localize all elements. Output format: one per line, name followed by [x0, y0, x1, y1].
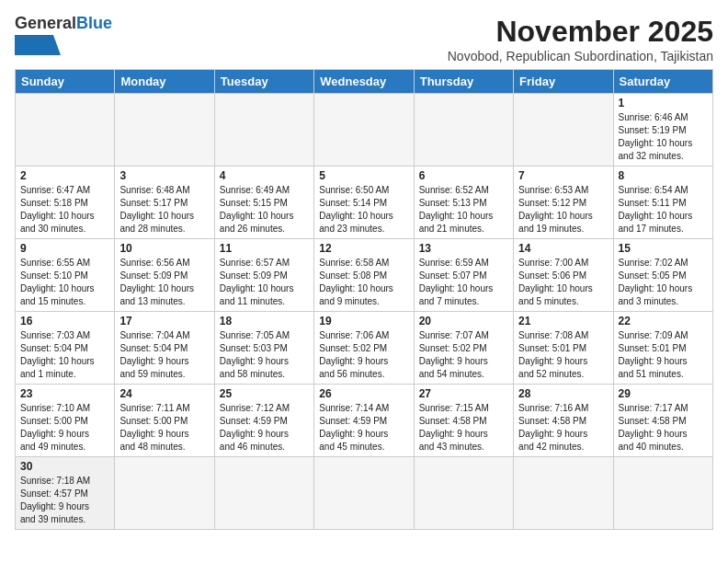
calendar-day-cell [115, 94, 214, 167]
day-number: 12 [319, 242, 408, 255]
calendar-day-cell: 13Sunrise: 6:59 AM Sunset: 5:07 PM Dayli… [414, 239, 513, 312]
calendar-day-cell: 27Sunrise: 7:15 AM Sunset: 4:58 PM Dayli… [414, 385, 513, 457]
calendar-week-row: 30Sunrise: 7:18 AM Sunset: 4:57 PM Dayli… [16, 457, 713, 530]
month-year-title: November 2025 [448, 15, 713, 49]
calendar-day-cell [514, 457, 613, 530]
calendar-day-cell: 21Sunrise: 7:08 AM Sunset: 5:01 PM Dayli… [514, 312, 613, 385]
day-number: 17 [119, 315, 209, 327]
day-info: Sunrise: 7:00 AM Sunset: 5:06 PM Dayligh… [518, 257, 608, 308]
day-info: Sunrise: 6:48 AM Sunset: 5:17 PM Dayligh… [119, 184, 209, 236]
calendar-day-cell: 14Sunrise: 7:00 AM Sunset: 5:06 PM Dayli… [514, 239, 613, 312]
calendar-day-cell: 1Sunrise: 6:46 AM Sunset: 5:19 PM Daylig… [613, 94, 712, 167]
calendar-day-cell: 7Sunrise: 6:53 AM Sunset: 5:12 PM Daylig… [514, 167, 613, 239]
day-number: 15 [619, 242, 708, 255]
header: General Blue November 2025 Novobod, Repu… [15, 15, 713, 63]
day-number: 1 [619, 97, 708, 109]
calendar-day-cell: 30Sunrise: 7:18 AM Sunset: 4:57 PM Dayli… [16, 457, 115, 530]
calendar-day-cell: 12Sunrise: 6:58 AM Sunset: 5:08 PM Dayli… [314, 239, 414, 312]
day-info: Sunrise: 7:11 AM Sunset: 5:00 PM Dayligh… [119, 402, 209, 454]
calendar-week-row: 23Sunrise: 7:10 AM Sunset: 5:00 PM Dayli… [16, 385, 713, 457]
calendar-day-cell: 19Sunrise: 7:06 AM Sunset: 5:02 PM Dayli… [314, 312, 414, 385]
day-number: 10 [119, 242, 209, 255]
calendar-day-cell: 15Sunrise: 7:02 AM Sunset: 5:05 PM Dayli… [613, 239, 712, 312]
calendar-day-cell: 5Sunrise: 6:50 AM Sunset: 5:14 PM Daylig… [314, 167, 414, 239]
day-number: 28 [518, 387, 608, 400]
calendar-day-cell: 22Sunrise: 7:09 AM Sunset: 5:01 PM Dayli… [613, 312, 712, 385]
calendar-day-cell: 10Sunrise: 6:56 AM Sunset: 5:09 PM Dayli… [115, 239, 214, 312]
day-info: Sunrise: 7:18 AM Sunset: 4:57 PM Dayligh… [20, 475, 109, 526]
day-info: Sunrise: 7:17 AM Sunset: 4:58 PM Dayligh… [619, 402, 708, 454]
calendar-day-cell: 4Sunrise: 6:49 AM Sunset: 5:15 PM Daylig… [214, 167, 313, 239]
calendar-day-cell: 17Sunrise: 7:04 AM Sunset: 5:04 PM Dayli… [115, 312, 214, 385]
day-info: Sunrise: 6:52 AM Sunset: 5:13 PM Dayligh… [419, 184, 508, 236]
day-number: 24 [119, 387, 209, 400]
day-number: 3 [119, 169, 209, 182]
day-info: Sunrise: 7:04 AM Sunset: 5:04 PM Dayligh… [119, 329, 209, 381]
calendar-day-cell: 9Sunrise: 6:55 AM Sunset: 5:10 PM Daylig… [16, 239, 115, 312]
calendar-day-cell: 3Sunrise: 6:48 AM Sunset: 5:17 PM Daylig… [115, 167, 214, 239]
title-area: November 2025 Novobod, Republican Subord… [448, 15, 713, 63]
calendar-day-cell: 29Sunrise: 7:17 AM Sunset: 4:58 PM Dayli… [613, 385, 712, 457]
calendar-day-cell: 24Sunrise: 7:11 AM Sunset: 5:00 PM Dayli… [115, 385, 214, 457]
day-number: 21 [518, 315, 608, 327]
logo-general-text: General [15, 15, 76, 33]
day-number: 20 [419, 315, 508, 327]
day-info: Sunrise: 7:06 AM Sunset: 5:02 PM Dayligh… [319, 329, 408, 381]
calendar-week-row: 16Sunrise: 7:03 AM Sunset: 5:04 PM Dayli… [16, 312, 713, 385]
logo: General Blue [15, 15, 112, 55]
calendar-day-cell [115, 457, 214, 530]
day-info: Sunrise: 6:55 AM Sunset: 5:10 PM Dayligh… [20, 257, 109, 308]
weekday-header-thursday: Thursday [414, 70, 513, 94]
day-info: Sunrise: 6:50 AM Sunset: 5:14 PM Dayligh… [319, 184, 408, 236]
calendar-day-cell [414, 94, 513, 167]
day-number: 14 [518, 242, 608, 255]
svg-marker-0 [15, 35, 61, 55]
day-number: 4 [220, 169, 309, 182]
day-info: Sunrise: 6:47 AM Sunset: 5:18 PM Dayligh… [20, 184, 109, 236]
day-number: 13 [419, 242, 508, 255]
day-info: Sunrise: 6:58 AM Sunset: 5:08 PM Dayligh… [319, 257, 408, 308]
day-info: Sunrise: 7:12 AM Sunset: 4:59 PM Dayligh… [220, 402, 309, 454]
calendar-day-cell [314, 94, 414, 167]
calendar-day-cell: 11Sunrise: 6:57 AM Sunset: 5:09 PM Dayli… [214, 239, 313, 312]
day-number: 8 [619, 169, 708, 182]
day-number: 25 [220, 387, 309, 400]
day-info: Sunrise: 7:15 AM Sunset: 4:58 PM Dayligh… [419, 402, 508, 454]
calendar-day-cell [214, 94, 313, 167]
day-info: Sunrise: 6:59 AM Sunset: 5:07 PM Dayligh… [419, 257, 508, 308]
day-info: Sunrise: 7:10 AM Sunset: 5:00 PM Dayligh… [20, 402, 109, 454]
weekday-header-sunday: Sunday [16, 70, 115, 94]
day-number: 16 [20, 315, 109, 327]
day-info: Sunrise: 6:53 AM Sunset: 5:12 PM Dayligh… [518, 184, 608, 236]
day-number: 5 [319, 169, 408, 182]
day-number: 11 [220, 242, 309, 255]
calendar-week-row: 1Sunrise: 6:46 AM Sunset: 5:19 PM Daylig… [16, 94, 713, 167]
weekday-header-wednesday: Wednesday [314, 70, 414, 94]
calendar-day-cell [414, 457, 513, 530]
calendar-day-cell: 2Sunrise: 6:47 AM Sunset: 5:18 PM Daylig… [16, 167, 115, 239]
day-info: Sunrise: 7:14 AM Sunset: 4:59 PM Dayligh… [319, 402, 408, 454]
calendar-table: SundayMondayTuesdayWednesdayThursdayFrid… [15, 69, 713, 530]
calendar-day-cell: 8Sunrise: 6:54 AM Sunset: 5:11 PM Daylig… [613, 167, 712, 239]
day-info: Sunrise: 6:57 AM Sunset: 5:09 PM Dayligh… [220, 257, 309, 308]
day-number: 2 [20, 169, 109, 182]
calendar-day-cell: 18Sunrise: 7:05 AM Sunset: 5:03 PM Dayli… [214, 312, 313, 385]
calendar-week-row: 2Sunrise: 6:47 AM Sunset: 5:18 PM Daylig… [16, 167, 713, 239]
day-number: 6 [419, 169, 508, 182]
day-info: Sunrise: 7:09 AM Sunset: 5:01 PM Dayligh… [619, 329, 708, 381]
day-info: Sunrise: 6:46 AM Sunset: 5:19 PM Dayligh… [619, 111, 708, 163]
calendar-day-cell: 26Sunrise: 7:14 AM Sunset: 4:59 PM Dayli… [314, 385, 414, 457]
calendar-day-cell [214, 457, 313, 530]
location-subtitle: Novobod, Republican Subordination, Tajik… [448, 49, 713, 63]
calendar-day-cell: 20Sunrise: 7:07 AM Sunset: 5:02 PM Dayli… [414, 312, 513, 385]
day-info: Sunrise: 6:49 AM Sunset: 5:15 PM Dayligh… [220, 184, 309, 236]
day-number: 22 [619, 315, 708, 327]
day-info: Sunrise: 7:07 AM Sunset: 5:02 PM Dayligh… [419, 329, 508, 381]
day-number: 18 [220, 315, 309, 327]
calendar-day-cell [613, 457, 712, 530]
day-info: Sunrise: 7:08 AM Sunset: 5:01 PM Dayligh… [518, 329, 608, 381]
day-number: 9 [20, 242, 109, 255]
day-info: Sunrise: 6:56 AM Sunset: 5:09 PM Dayligh… [119, 257, 209, 308]
calendar-day-cell [16, 94, 115, 167]
calendar-day-cell: 28Sunrise: 7:16 AM Sunset: 4:58 PM Dayli… [514, 385, 613, 457]
